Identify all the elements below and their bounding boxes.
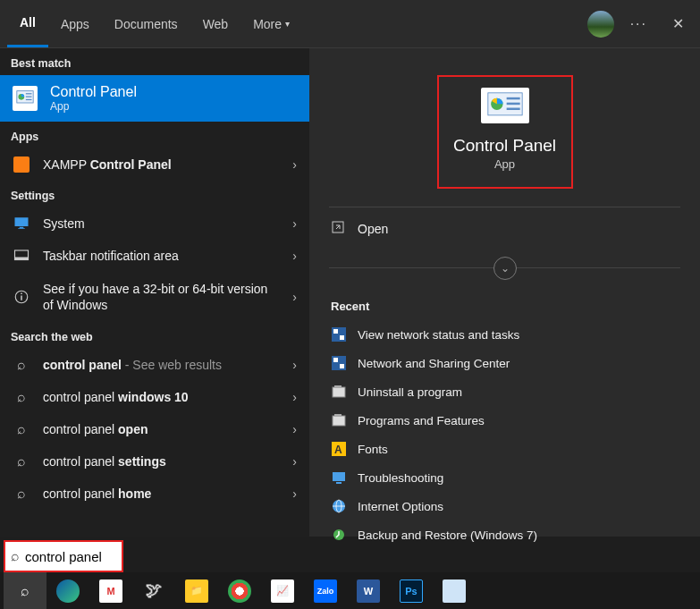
web-result[interactable]: ⌕ control panel - See web results ›	[0, 349, 309, 381]
svg-rect-32	[336, 482, 342, 484]
svg-rect-5	[15, 217, 29, 226]
recent-item[interactable]: AFonts	[309, 435, 700, 463]
svg-rect-6	[20, 227, 24, 229]
taskbar-app-chart[interactable]: 📈	[261, 572, 304, 609]
backup-icon	[331, 527, 347, 543]
taskbar-control-panel[interactable]	[433, 572, 476, 609]
taskbar-search-button[interactable]: ⌕	[4, 572, 46, 609]
open-label: Open	[358, 222, 388, 236]
taskbar-word[interactable]: W	[347, 572, 390, 609]
svg-rect-15	[506, 97, 519, 100]
recent-heading: Recent	[309, 280, 700, 320]
web-result-label: control panel open	[43, 422, 280, 436]
chevron-right-icon: ›	[292, 157, 297, 172]
recent-item[interactable]: Backup and Restore (Windows 7)	[309, 520, 700, 549]
fonts-icon: A	[331, 441, 347, 457]
search-icon: ⌕	[13, 356, 30, 374]
chevron-right-icon: ›	[292, 422, 297, 436]
search-box[interactable]: ⌕	[4, 540, 123, 572]
chevron-right-icon: ›	[292, 249, 297, 263]
recent-item[interactable]: Network and Sharing Center	[309, 349, 700, 377]
chevron-right-icon: ›	[292, 290, 297, 304]
taskbar-file-explorer[interactable]: 📁	[175, 572, 218, 609]
preview-panel: Control Panel App Open ⌄ Recent View net…	[309, 48, 700, 537]
tab-all[interactable]: All	[7, 0, 48, 47]
web-result[interactable]: ⌕ control panel open ›	[0, 413, 309, 445]
preview-card[interactable]: Control Panel App	[437, 75, 573, 189]
web-result-label: control panel - See web results	[43, 358, 280, 372]
taskbar-chrome[interactable]	[218, 572, 261, 609]
svg-rect-12	[21, 293, 22, 295]
recent-label: Internet Options	[358, 500, 679, 513]
best-match-result[interactable]: Control Panel App	[0, 75, 309, 122]
setting-taskbar-notif[interactable]: Taskbar notification area ›	[0, 240, 309, 272]
preview-subtitle: App	[448, 157, 562, 171]
svg-rect-27	[333, 416, 345, 426]
chevron-right-icon: ›	[292, 358, 297, 372]
best-match-subtitle: App	[50, 100, 137, 113]
recent-label: Network and Sharing Center	[358, 357, 679, 370]
programs-icon	[331, 412, 347, 428]
tab-apps[interactable]: Apps	[48, 0, 102, 47]
network-sharing-icon	[331, 355, 347, 371]
setting-label: Taskbar notification area	[43, 249, 280, 263]
svg-rect-9	[15, 258, 29, 260]
open-action[interactable]: Open	[309, 207, 700, 250]
svg-rect-11	[21, 296, 22, 300]
chevron-down-icon: ▾	[285, 19, 290, 29]
search-header: All Apps Documents Web More▾ ··· ✕	[0, 0, 700, 48]
svg-rect-28	[334, 414, 342, 417]
close-icon[interactable]: ✕	[663, 10, 693, 38]
search-icon: ⌕	[13, 420, 30, 438]
svg-rect-17	[506, 108, 519, 111]
open-icon	[331, 220, 345, 237]
svg-rect-7	[18, 228, 25, 229]
recent-label: Troubleshooting	[358, 471, 679, 485]
search-icon: ⌕	[13, 485, 30, 503]
recent-item[interactable]: Uninstall a program	[309, 377, 700, 406]
web-result[interactable]: ⌕ control panel settings ›	[0, 445, 309, 478]
recent-item[interactable]: Troubleshooting	[309, 463, 700, 492]
search-input[interactable]	[25, 549, 116, 564]
setting-label: System	[43, 216, 280, 231]
svg-rect-16	[506, 103, 519, 106]
recent-label: Programs and Features	[358, 414, 679, 427]
control-panel-icon	[481, 88, 529, 123]
web-result-label: control panel settings	[43, 454, 280, 469]
more-options-icon[interactable]: ···	[625, 11, 653, 38]
recent-label: Backup and Restore (Windows 7)	[358, 529, 679, 542]
tab-web[interactable]: Web	[190, 0, 241, 47]
apps-heading: Apps	[0, 122, 309, 148]
recent-item[interactable]: Programs and Features	[309, 406, 700, 435]
tab-more[interactable]: More▾	[240, 0, 302, 47]
recent-label: View network status and tasks	[358, 328, 679, 342]
taskbar-zalo[interactable]: Zalo	[304, 572, 347, 609]
taskbar-app-dove[interactable]: 🕊	[132, 572, 175, 609]
taskbar-app-red[interactable]: M	[89, 572, 132, 609]
troubleshoot-icon	[331, 469, 347, 486]
user-avatar[interactable]	[587, 11, 614, 38]
recent-item[interactable]: Internet Options	[309, 492, 700, 520]
search-icon: ⌕	[13, 453, 30, 470]
recent-item[interactable]: View network status and tasks	[309, 320, 700, 349]
setting-32-64-bit[interactable]: See if you have a 32-bit or 64-bit versi…	[0, 272, 309, 322]
recent-label: Uninstall a program	[358, 385, 679, 399]
taskbar-edge[interactable]	[46, 572, 89, 609]
uninstall-icon	[331, 384, 347, 400]
app-result-xampp[interactable]: XAMPP Control Panel ›	[0, 148, 309, 181]
web-result[interactable]: ⌕ control panel home ›	[0, 478, 309, 510]
taskbar-photoshop[interactable]: Ps	[390, 572, 433, 609]
tab-more-label: More	[253, 17, 282, 31]
collapse-toggle[interactable]: ⌄	[493, 257, 517, 280]
tab-documents[interactable]: Documents	[102, 0, 190, 47]
search-icon: ⌕	[13, 388, 30, 406]
search-icon: ⌕	[21, 583, 30, 599]
chevron-right-icon: ›	[292, 216, 297, 231]
xampp-icon	[13, 156, 30, 173]
web-result[interactable]: ⌕ control panel windows 10 ›	[0, 381, 309, 413]
svg-rect-20	[333, 329, 338, 334]
svg-rect-2	[26, 93, 32, 94]
recent-label: Fonts	[358, 443, 679, 456]
svg-text:A: A	[334, 444, 342, 456]
setting-system[interactable]: System ›	[0, 207, 309, 240]
